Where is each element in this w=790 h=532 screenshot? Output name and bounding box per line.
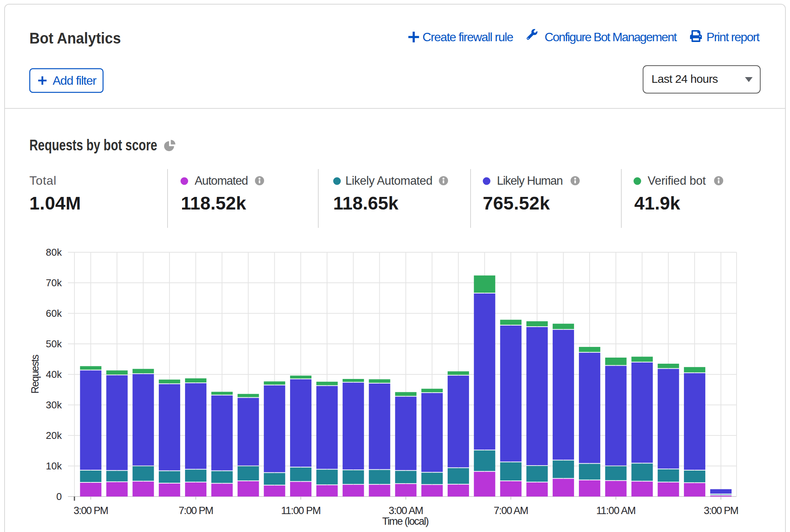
- svg-text:Requests by bot score: Requests by bot score: [29, 137, 157, 154]
- svg-text:118.52k: 118.52k: [181, 193, 246, 213]
- svg-text:50k: 50k: [46, 338, 62, 350]
- svg-text:Automated: Automated: [195, 174, 248, 187]
- svg-text:40k: 40k: [46, 369, 62, 380]
- svg-text:Create firewall rule: Create firewall rule: [422, 30, 513, 44]
- svg-text:Time (local): Time (local): [382, 516, 429, 527]
- svg-text:Total: Total: [29, 174, 56, 187]
- svg-text:118.65k: 118.65k: [333, 193, 398, 213]
- svg-text:Bot Analytics: Bot Analytics: [29, 30, 121, 47]
- svg-text:765.52k: 765.52k: [483, 193, 550, 213]
- svg-text:Print report: Print report: [706, 30, 760, 44]
- svg-text:3:00 PM: 3:00 PM: [74, 505, 108, 516]
- svg-text:1.04M: 1.04M: [29, 193, 81, 213]
- svg-text:Last 24 hours: Last 24 hours: [651, 73, 718, 85]
- svg-text:30k: 30k: [46, 399, 62, 411]
- svg-text:70k: 70k: [46, 277, 62, 289]
- svg-text:Configure Bot Management: Configure Bot Management: [545, 30, 677, 44]
- svg-text:Likely Automated: Likely Automated: [345, 174, 432, 187]
- svg-text:3:00 AM: 3:00 AM: [389, 505, 423, 516]
- svg-text:3:00 PM: 3:00 PM: [704, 505, 738, 516]
- svg-text:20k: 20k: [46, 430, 62, 441]
- svg-text:10k: 10k: [46, 460, 62, 472]
- svg-text:7:00 AM: 7:00 AM: [493, 505, 528, 516]
- svg-text:41.9k: 41.9k: [634, 193, 680, 213]
- svg-text:0: 0: [56, 491, 62, 502]
- svg-text:Likely Human: Likely Human: [497, 174, 563, 187]
- svg-text:60k: 60k: [46, 308, 62, 319]
- svg-text:80k: 80k: [46, 247, 62, 258]
- svg-text:Add filter: Add filter: [53, 74, 97, 87]
- svg-text:11:00 PM: 11:00 PM: [281, 505, 321, 516]
- svg-text:7:00 PM: 7:00 PM: [179, 505, 213, 516]
- svg-text:Requests: Requests: [29, 355, 41, 393]
- svg-text:11:00 AM: 11:00 AM: [596, 505, 635, 516]
- svg-text:Verified bot: Verified bot: [648, 174, 706, 187]
